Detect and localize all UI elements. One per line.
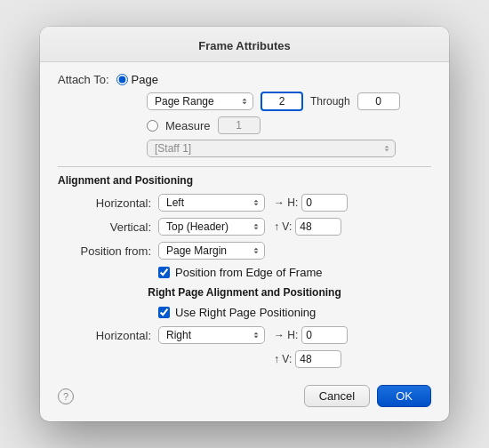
v-arrow-label: ↑ V:	[274, 220, 292, 233]
use-right-checkbox-row: Use Right Page Positioning	[158, 306, 431, 319]
measure-label: Measure	[165, 119, 211, 132]
right-horizontal-label: Horizontal:	[58, 329, 151, 342]
help-button[interactable]: ?	[58, 388, 74, 404]
horizontal-select[interactable]: Left	[158, 194, 265, 212]
right-v-arrow-label: ↑ V:	[274, 353, 292, 365]
cancel-button[interactable]: Cancel	[304, 385, 370, 407]
vertical-label: Vertical:	[58, 220, 151, 234]
attach-measure-radio[interactable]	[147, 120, 158, 132]
attach-page-label: Page	[132, 73, 158, 86]
right-h-input[interactable]	[301, 326, 348, 344]
position-from-select[interactable]: Page Margin	[158, 242, 265, 260]
through-label: Through	[310, 95, 350, 108]
horizontal-label: Horizontal:	[58, 196, 151, 210]
staff-select[interactable]: [Staff 1]	[147, 140, 396, 157]
h-arrow-label: → H:	[274, 196, 298, 209]
right-v-input[interactable]	[295, 350, 341, 368]
attach-to-label: Attach To:	[58, 73, 109, 86]
attach-page-radio[interactable]	[116, 74, 128, 85]
attach-page-option[interactable]: Page	[116, 73, 158, 86]
edge-frame-checkbox-row: Position from Edge of Frame	[158, 266, 431, 279]
ok-button[interactable]: OK	[377, 385, 431, 407]
right-page-section-header: Right Page Alignment and Positioning	[58, 286, 431, 299]
vertical-align-row: Vertical: Top (Header) ↑ V:	[58, 218, 431, 236]
button-row: ? Cancel OK	[40, 374, 449, 407]
section-divider-1	[58, 166, 431, 167]
right-vertical-row: ↑ V:	[58, 350, 431, 368]
position-from-row: Position from: Page Margin	[58, 242, 431, 260]
horizontal-h-input[interactable]	[301, 194, 348, 212]
page-range-through-input[interactable]	[357, 92, 400, 110]
edge-frame-label: Position from Edge of Frame	[175, 266, 322, 279]
use-right-checkbox[interactable]	[158, 307, 170, 318]
use-right-label: Use Right Page Positioning	[175, 306, 316, 319]
alignment-section-header: Alignment and Positioning	[58, 174, 431, 187]
right-horizontal-row: Horizontal: Right → H:	[58, 326, 431, 344]
right-h-arrow-label: → H:	[274, 329, 298, 341]
page-range-select[interactable]: Page Range	[147, 92, 253, 110]
right-horizontal-select[interactable]: Right	[158, 326, 265, 344]
dialog-title: Frame Attributes	[40, 27, 449, 62]
position-from-label: Position from:	[58, 244, 151, 258]
frame-attributes-dialog: Frame Attributes Attach To: Page Page Ra…	[40, 27, 449, 421]
measure-input[interactable]	[218, 116, 261, 134]
page-range-from-input[interactable]	[261, 92, 303, 111]
horizontal-align-row: Horizontal: Left → H:	[58, 194, 431, 212]
edge-frame-checkbox[interactable]	[158, 267, 170, 278]
vertical-select[interactable]: Top (Header)	[158, 218, 265, 236]
vertical-v-input[interactable]	[295, 218, 341, 236]
